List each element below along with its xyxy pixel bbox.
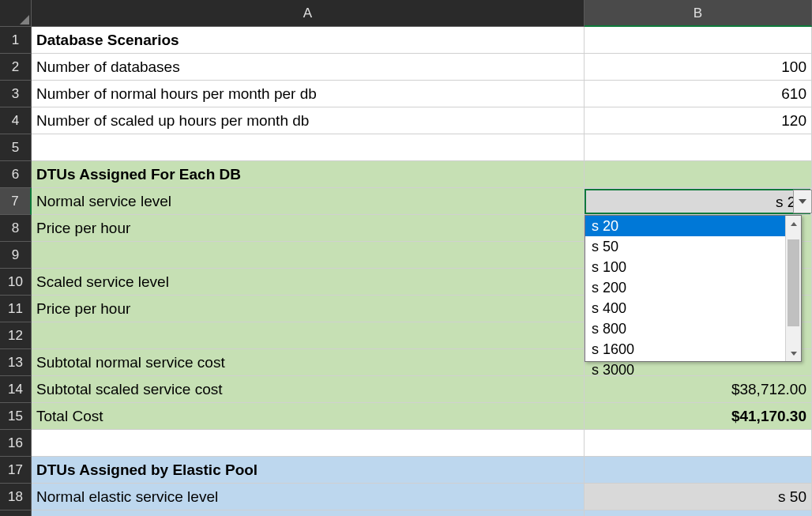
cell-A10[interactable]: Scaled service level [32,269,585,296]
svg-marker-0 [20,15,29,24]
cell-B15[interactable]: $41,170.30 [585,403,812,430]
row-header-18[interactable]: 18 [0,484,32,510]
dropdown-option-7[interactable]: s 3000 [585,360,801,380]
row-header-11[interactable]: 11 [0,296,32,322]
svg-marker-2 [791,222,797,226]
dropdown-option-5[interactable]: s 800 [585,318,801,339]
row-header-5[interactable]: 5 [0,134,32,161]
cell-B18[interactable]: s 50 [585,484,812,510]
cell-B19[interactable]: $0.15 [585,510,812,516]
row-header-3[interactable]: 3 [0,81,32,107]
cell-A2[interactable]: Number of databases [32,54,585,81]
data-validation-dropdown-list[interactable]: s 20 s 50 s 100 s 200 s 400 s 800 s 1600… [585,215,802,362]
cell-A8[interactable]: Price per hour [32,215,585,242]
cell-B2[interactable]: 100 [585,54,812,81]
cell-B3[interactable]: 610 [585,81,812,107]
cell-A14[interactable]: Subtotal scaled service cost [32,376,585,403]
row-header-16[interactable]: 16 [0,430,32,457]
cell-A13[interactable]: Subtotal normal service cost [32,349,585,376]
svg-marker-3 [791,352,797,356]
row-header-13[interactable]: 13 [0,349,32,376]
row-header-14[interactable]: 14 [0,376,32,403]
cell-A18[interactable]: Normal elastic service level [32,484,585,510]
row-header-15[interactable]: 15 [0,403,32,430]
cell-B1[interactable] [585,27,812,54]
row-header-7[interactable]: 7 [0,188,32,215]
chevron-up-icon [791,222,797,226]
column-header-B[interactable]: B [585,0,812,27]
chevron-down-icon [799,199,806,204]
cell-A19[interactable]: Price per hour [32,510,585,516]
data-validation-dropdown-button[interactable] [793,190,812,213]
cell-A4[interactable]: Number of scaled up hours per month db [32,107,585,134]
row-header-9[interactable]: 9 [0,242,32,269]
column-header-A[interactable]: A [32,0,585,27]
cell-A3[interactable]: Number of normal hours per month per db [32,81,585,107]
chevron-down-icon [791,352,797,356]
row-header-2[interactable]: 2 [0,54,32,81]
scroll-down-button[interactable] [786,345,801,361]
cell-A17[interactable]: DTUs Assigned by Elastic Pool [32,457,585,484]
cell-B6[interactable] [585,161,812,188]
dropdown-option-0[interactable]: s 20 [585,216,801,236]
cell-B16[interactable] [585,430,812,457]
dropdown-option-4[interactable]: s 400 [585,298,801,318]
dropdown-option-3[interactable]: s 200 [585,277,801,298]
selected-cell-B7[interactable]: s 20 [585,189,810,214]
dropdown-option-6[interactable]: s 1600 [585,339,801,360]
cell-B17[interactable] [585,457,812,484]
row-header-19[interactable]: 19 [0,510,32,516]
cell-B5[interactable] [585,134,812,161]
row-header-12[interactable]: 12 [0,322,32,349]
dropdown-option-1[interactable]: s 50 [585,236,801,257]
cell-A15[interactable]: Total Cost [32,403,585,430]
row-header-17[interactable]: 17 [0,457,32,484]
svg-marker-1 [799,199,806,204]
cell-B14[interactable]: $38,712.00 [585,376,812,403]
cell-A9[interactable] [32,242,585,269]
cell-A12[interactable] [32,322,585,349]
row-header-6[interactable]: 6 [0,161,32,188]
dropdown-option-2[interactable]: s 100 [585,257,801,277]
cell-A7[interactable]: Normal service level [32,188,585,215]
cell-A5[interactable] [32,134,585,161]
row-header-10[interactable]: 10 [0,269,32,296]
cell-A16[interactable] [32,430,585,457]
cell-A11[interactable]: Price per hour [32,296,585,322]
select-all-triangle-icon [20,15,29,24]
row-header-4[interactable]: 4 [0,107,32,134]
cell-A1[interactable]: Database Scenarios [32,27,585,54]
scroll-thumb[interactable] [788,239,799,326]
row-header-8[interactable]: 8 [0,215,32,242]
cell-A6[interactable]: DTUs Assigned For Each DB [32,161,585,188]
row-header-1[interactable]: 1 [0,27,32,54]
dropdown-scrollbar[interactable] [785,216,801,361]
cell-B4[interactable]: 120 [585,107,812,134]
scroll-up-button[interactable] [786,216,801,232]
select-all-corner[interactable] [0,0,32,27]
